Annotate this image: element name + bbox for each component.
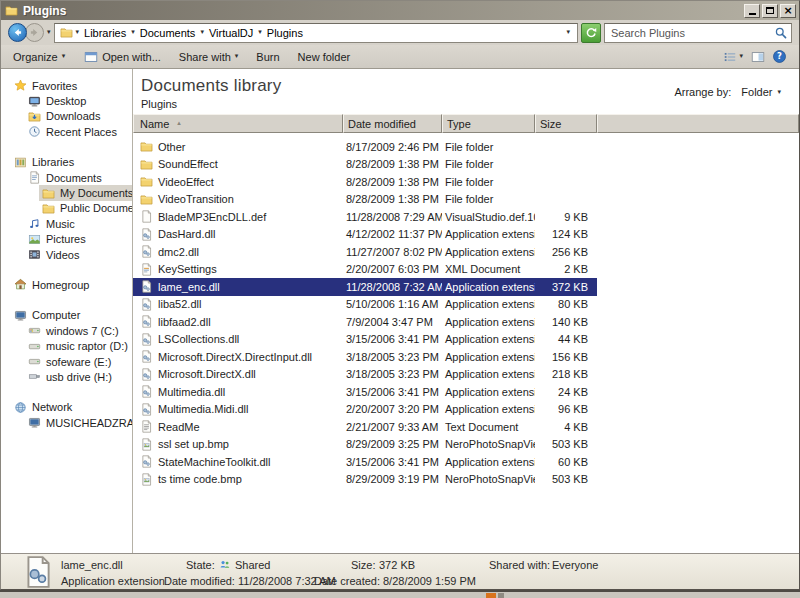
file-row-blademp3encdll-def[interactable]: BladeMP3EncDLL.def11/28/2008 7:29 AMVisu… [133,208,597,226]
toolbar-share-with-button[interactable]: Share with▾ [171,48,247,66]
file-type: Application extension [442,386,535,398]
back-button[interactable] [8,23,27,42]
sidebar-item-public-documents[interactable]: Public Documents [1,201,132,216]
folder-icon [139,192,154,207]
preview-pane-button[interactable] [750,49,765,64]
file-row-microsoft-directx-dll[interactable]: Microsoft.DirectX.dll3/18/2005 3:23 PMAp… [133,366,597,384]
videos-icon [27,247,42,262]
file-type: Application extension [442,456,535,468]
sidebar-item-recent-places[interactable]: Recent Places [1,124,132,139]
column-header-type[interactable]: Type [442,114,535,133]
file-row-lame-enc-dll[interactable]: lame_enc.dll11/28/2008 7:32 AMApplicatio… [133,278,597,296]
file-row-videoeffect[interactable]: VideoEffect8/28/2009 1:38 PMFile folder [133,173,597,191]
search-box[interactable] [604,23,792,43]
dll-icon [139,384,154,399]
file-name: VideoEffect [158,176,214,188]
file-row-soundeffect[interactable]: SoundEffect8/28/2009 1:38 PMFile folder [133,156,597,174]
file-size: 4 KB [535,421,597,433]
close-button[interactable]: × [780,4,796,18]
dll-icon [139,227,154,242]
sidebar-item-label: Favorites [32,80,77,92]
file-name: Multimedia.dll [158,386,225,398]
breadcrumb-separator-icon: ▾ [258,29,262,36]
file-size: 2 KB [535,263,597,275]
history-dropdown-icon[interactable]: ▾ [47,29,51,36]
breadcrumb-item-libraries[interactable]: Libraries [81,26,129,40]
file-type: NeroPhotoSnapView... [442,438,535,450]
breadcrumb[interactable]: ▾Libraries▾Documents▾VirtualDJ▾Plugins▾ [54,23,578,43]
detail-shared-value[interactable]: Everyone [552,559,598,571]
file-size: 9 KB [535,211,597,223]
file-row-dmc2-dll[interactable]: dmc2.dll11/27/2007 8:02 PMApplication ex… [133,243,597,261]
arrange-by[interactable]: Arrange by: Folder ▾ [674,76,781,98]
sidebar-item-desktop[interactable]: Desktop [1,93,132,108]
sidebar-item-computer[interactable]: Computer [1,308,132,323]
breadcrumb-item-virtualdj[interactable]: VirtualDJ [206,26,256,40]
file-row-keysettings[interactable]: KeySettings2/20/2007 6:03 PMXML Document… [133,261,597,279]
search-icon[interactable] [773,25,788,40]
sidebar-item-my-documents[interactable]: My Documents [39,185,132,200]
sidebar-item-documents[interactable]: Documents [1,170,132,185]
minimize-button[interactable] [744,4,760,18]
file-type: Application extension [442,368,535,380]
sidebar-item-libraries[interactable]: Libraries [1,155,132,170]
toolbar-open-with-button[interactable]: Open with... [75,46,169,67]
sidebar-item-musicheadzradio[interactable]: MUSICHEADZRADIO [1,415,132,430]
breadcrumb-item-plugins[interactable]: Plugins [264,26,306,40]
change-view-button[interactable]: ▾ [722,49,743,64]
file-date-modified: 2/20/2007 3:20 PM [343,403,442,415]
sidebar-item-downloads[interactable]: Downloads [1,109,132,124]
refresh-button[interactable] [581,23,601,43]
file-row-multimedia-midi-dll[interactable]: Multimedia.Midi.dll2/20/2007 3:20 PMAppl… [133,401,597,419]
file-row-dashard-dll[interactable]: DasHard.dll4/12/2002 11:37 PMApplication… [133,226,597,244]
file-row-microsoft-directx-directinput-dll[interactable]: Microsoft.DirectX.DirectInput.dll3/18/20… [133,348,597,366]
dll-icon [139,314,154,329]
column-header-size[interactable]: Size [535,114,597,133]
toolbar-burn-button[interactable]: Burn [248,48,287,66]
sidebar-item-music-raptor-d[interactable]: music raptor (D:) [1,338,132,353]
toolbar-new-folder-button[interactable]: New folder [290,48,359,66]
file-name: lame_enc.dll [158,281,220,293]
search-input[interactable] [611,27,773,39]
file-size: 44 KB [535,333,597,345]
file-name: KeySettings [158,263,217,275]
breadcrumb-item-documents[interactable]: Documents [137,26,199,40]
sidebar-item-videos[interactable]: Videos [1,247,132,262]
help-button[interactable]: ? [772,49,787,64]
file-row-multimedia-dll[interactable]: Multimedia.dll3/15/2006 3:41 PMApplicati… [133,383,597,401]
sidebar-item-favorites[interactable]: Favorites [1,78,132,93]
dll-icon [139,349,154,364]
file-row-videotransition[interactable]: VideoTransition8/28/2009 1:38 PMFile fol… [133,191,597,209]
file-name: liba52.dll [158,298,201,310]
forward-button[interactable] [25,23,44,42]
title-bar[interactable]: Plugins × [1,1,799,20]
sidebar-item-music[interactable]: Music [1,216,132,231]
file-row-statemachinetoolkit-dll[interactable]: StateMachineToolkit.dll3/15/2006 3:41 PM… [133,453,597,471]
maximize-button[interactable] [762,4,778,18]
sidebar-item-label: Public Documents [60,202,133,214]
file-row-lscollections-dll[interactable]: LSCollections.dll3/15/2006 3:41 PMApplic… [133,331,597,349]
file-type: File folder [442,193,535,205]
file-date-modified: 8/17/2009 2:46 PM [343,141,442,153]
sidebar-item-network[interactable]: Network [1,400,132,415]
sidebar-item-usb-drive-h[interactable]: usb drive (H:) [1,369,132,384]
file-size: 60 KB [535,456,597,468]
file-row-ts-time-code-bmp[interactable]: ts time code.bmp8/29/2009 3:19 PMNeroPho… [133,471,597,489]
breadcrumb-dropdown-icon[interactable]: ▾ [563,29,573,36]
file-row-liba52-dll[interactable]: liba52.dll5/10/2006 1:16 AMApplication e… [133,296,597,314]
file-row-readme[interactable]: ReadMe2/21/2007 9:33 AMText Document4 KB [133,418,597,436]
file-row-other[interactable]: Other8/17/2009 2:46 PMFile folder [133,138,597,156]
library-subtitle: Plugins [141,98,281,110]
toolbar-organize-button[interactable]: Organize▾ [5,48,73,66]
sidebar-item-homegroup[interactable]: Homegroup [1,277,132,292]
file-row-libfaad2-dll[interactable]: libfaad2.dll7/9/2004 3:47 PMApplication … [133,313,597,331]
taskbar-edge[interactable] [0,590,800,598]
file-row-ssl-set-up-bmp[interactable]: ssl set up.bmp8/29/2009 3:25 PMNeroPhoto… [133,436,597,454]
column-header-name[interactable]: Name ▴ [133,114,343,133]
file-name: DasHard.dll [158,228,215,240]
sidebar-item-sofeware-e[interactable]: sofeware (E:) [1,354,132,369]
sidebar-item-pictures[interactable]: Pictures [1,232,132,247]
column-header-date-modified[interactable]: Date modified [343,114,442,133]
file-date-modified: 3/15/2006 3:41 PM [343,386,442,398]
sidebar-item-windows-7-c[interactable]: windows 7 (C:) [1,323,132,338]
